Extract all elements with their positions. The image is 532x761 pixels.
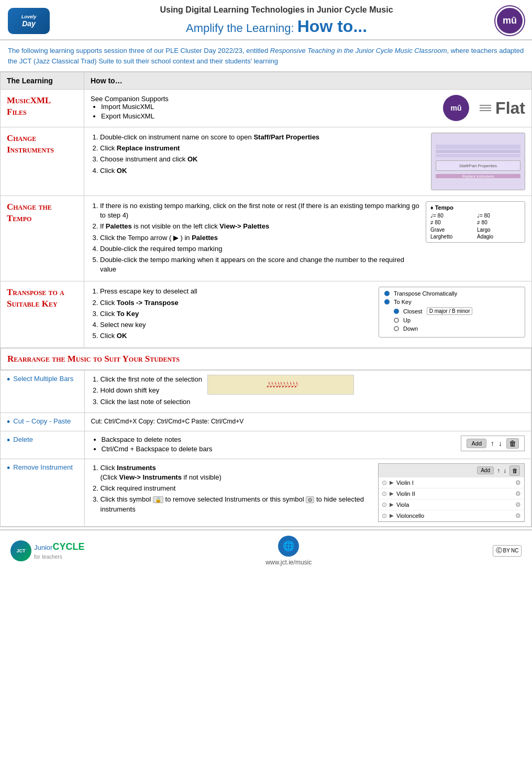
- remove-title: Remove Instrument: [13, 463, 72, 471]
- header-top-title: Using Digital Learning Technologies in J…: [58, 5, 495, 15]
- list-item: Click Tools -> Transpose: [100, 298, 373, 308]
- list-item: Hold down shift key: [101, 386, 202, 395]
- list-item: Choose instrument and click OK: [100, 155, 426, 164]
- select-bars-list: Click the first note of the selection Ho…: [91, 375, 202, 408]
- tempo-list: If there is no existing tempo marking, c…: [91, 201, 420, 274]
- remove-main: Click Instruments(Click View-> Instrumen…: [91, 463, 373, 516]
- flat-line-2: [480, 107, 491, 108]
- table-row-instruments: ChangeInstruments Double-click on instru…: [1, 127, 532, 196]
- panel-header: Add ↑ ↓ 🗑: [379, 464, 524, 477]
- footer-cc-section: Ⓒ BY NC: [493, 545, 522, 557]
- panel-delete-btn[interactable]: 🗑: [509, 465, 520, 476]
- tempo-item-grave: Grave: [430, 227, 474, 233]
- delete-content: Backspace to delete notes Ctrl/Cmd + Bac…: [91, 436, 525, 454]
- delete-ul: Backspace to delete notes Ctrl/Cmd + Bac…: [91, 436, 451, 453]
- panel-down-btn[interactable]: ↓: [503, 467, 506, 474]
- rearrange-cell-select-content: Click the first note of the selection Ho…: [84, 371, 531, 413]
- header-prefix: Amplify the Learning:: [186, 21, 297, 35]
- footer-junior-cycle: JuniorCYCLE: [34, 541, 84, 552]
- radio-down: [394, 326, 399, 331]
- list-item: Click OK: [100, 166, 426, 176]
- rearrange-row-remove: • Remove Instrument Click Instruments(Cl…: [1, 459, 531, 526]
- transpose-option3: Closest: [403, 308, 423, 314]
- gear-icon-violin1[interactable]: ⚙: [515, 479, 521, 486]
- delete-title: Delete: [13, 436, 33, 443]
- list-item: Click Replace instrument: [100, 144, 426, 153]
- arrow-viola[interactable]: ▶: [390, 502, 394, 507]
- footer-center: 🌐 www.jct.ie/music: [265, 536, 312, 566]
- gear-icon-cello[interactable]: ⚙: [515, 512, 521, 519]
- rearrange-cell-remove-content: Click Instruments(Click View-> Instrumen…: [84, 459, 531, 526]
- footer-teachers: teachers: [42, 554, 62, 560]
- eye-icon-violin1[interactable]: ⊙: [382, 479, 387, 486]
- key-dropdown[interactable]: D major / B minor: [427, 307, 473, 315]
- instrument-panel: Add ↑ ↓ 🗑 ⊙ ▶ Violin I ⚙ ⊙: [378, 463, 525, 522]
- page-header: Lovely Day Using Digital Learning Techno…: [0, 0, 532, 40]
- instrument-row-cello: ⊙ ▶ Violoncello ⚙: [379, 510, 524, 521]
- list-item: Click required instrument: [101, 484, 373, 493]
- list-item: Click this symbol 🔒 to remove selected I…: [101, 495, 373, 514]
- eye-icon-viola[interactable]: ⊙: [382, 501, 387, 508]
- lovely-day-logo: Lovely Day: [8, 8, 50, 34]
- cell-musicxml-content: See Companion Supports Import MusicXML E…: [84, 90, 532, 127]
- cell-instruments-content: Double-click on instrument name on score…: [84, 127, 532, 196]
- musicxml-title: MusicXMLFiles: [7, 95, 77, 118]
- list-item: Click OK: [100, 331, 373, 341]
- list-item: Backspace to delete notes: [102, 436, 451, 443]
- transpose-up-row: Up: [394, 317, 519, 323]
- panel-add-btn[interactable]: Add: [477, 466, 494, 474]
- remove-ol: Click Instruments(Click View-> Instrumen…: [91, 463, 373, 514]
- table-row-transpose: Transpose to aSuitable Key Press escape …: [1, 281, 532, 348]
- musicxml-list: Import MusicXML Export MusicXML: [91, 103, 433, 120]
- arrow-violin2[interactable]: ▶: [390, 491, 394, 496]
- table-row-musicxml: MusicXMLFiles See Companion Supports Imp…: [1, 90, 532, 127]
- eye-icon-violin2[interactable]: ⊙: [382, 490, 387, 497]
- rearrange-cell-cut-title: • Cut – Copy - Paste: [1, 412, 84, 431]
- rearrange-cell-select-title: • Select Multiple Bars: [1, 371, 84, 413]
- list-item: Click the last note of selection: [101, 397, 202, 407]
- col-header-learning: The Learning: [1, 72, 84, 90]
- delete-add-btn[interactable]: Add: [467, 439, 486, 448]
- arrow-cello[interactable]: ▶: [390, 513, 394, 518]
- viola-name: Viola: [396, 502, 513, 508]
- list-item: If Palettes is not visible on the left c…: [100, 222, 420, 231]
- flat-lines: [480, 105, 491, 111]
- gear-icon-viola[interactable]: ⚙: [515, 501, 521, 508]
- cell-tempo-content: If there is no existing tempo marking, c…: [84, 196, 532, 281]
- rearrange-title: Rearrange the Music to Suit Your Student…: [7, 354, 525, 364]
- delete-down-icon[interactable]: ↓: [498, 439, 502, 448]
- table-row-tempo: Change theTempo If there is no existing …: [1, 196, 532, 281]
- flat-text: Flat: [495, 99, 525, 118]
- transpose-chromatically-row: Transpose Chromatically: [384, 290, 519, 297]
- eye-icon-cello[interactable]: ⊙: [382, 512, 387, 519]
- transpose-closest-row: Closest D major / B minor: [394, 307, 519, 315]
- bullet-cut: • Cut – Copy - Paste: [7, 417, 78, 427]
- instrument-row-violin2: ⊙ ▶ Violin II ⚙: [379, 488, 524, 499]
- header-titles: Using Digital Learning Technologies in J…: [58, 5, 495, 36]
- table-header-row: The Learning How to…: [1, 72, 532, 90]
- list-item: Click Instruments(Click View-> Instrumen…: [101, 463, 373, 482]
- staff-notes: 𝅘𝅥𝅮 𝅘𝅥𝅮 𝅘𝅥𝅮 𝅘𝅥𝅮 𝅘𝅥𝅮 𝅘𝅥𝅮 𝅘𝅥𝅮 𝅘𝅥𝅮 𝅘𝅥𝅮 𝅘𝅥𝅮: [267, 381, 295, 389]
- arrow-violin1[interactable]: ▶: [390, 480, 394, 485]
- gear-icon-violin2[interactable]: ⚙: [515, 490, 521, 497]
- tempo-item-3: 𝅗𝅥= 80: [430, 220, 474, 226]
- list-item: If there is no existing tempo marking, c…: [100, 201, 420, 220]
- musicxml-see: See Companion Supports: [91, 95, 433, 103]
- transpose-option4: Up: [403, 317, 411, 323]
- bullet-dot-cut: •: [7, 417, 10, 427]
- panel-up-btn[interactable]: ↑: [497, 467, 500, 474]
- rearrange-section: Rearrange the Music to Suit Your Student…: [0, 348, 532, 527]
- remove-content: Click Instruments(Click View-> Instrumen…: [91, 463, 525, 522]
- list-item: Click the Tempo arrow ( ▶ ) in Palettes: [100, 233, 420, 243]
- list-item: Double-click the tempo marking when it a…: [100, 255, 420, 274]
- delete-panel: Add ↑ ↓ 🗑: [461, 436, 525, 451]
- rearrange-row-select: • Select Multiple Bars Click the first n…: [1, 371, 531, 413]
- musescore-label: mû: [503, 15, 517, 26]
- list-item: Ctrl/Cmd + Backspace to delete bars: [102, 445, 451, 453]
- tempo-grid: ♩= 80 ♩= 80 𝅗𝅥= 80 𝅗𝅥= 80 Grave Largo La…: [430, 213, 520, 240]
- bullet-dot-remove: •: [7, 463, 10, 473]
- footer-globe-icon: 🌐: [278, 536, 299, 557]
- delete-trash-icon[interactable]: 🗑: [506, 438, 519, 449]
- delete-up-icon[interactable]: ↑: [491, 439, 494, 448]
- intro-text1: The following learning supports session …: [8, 47, 270, 55]
